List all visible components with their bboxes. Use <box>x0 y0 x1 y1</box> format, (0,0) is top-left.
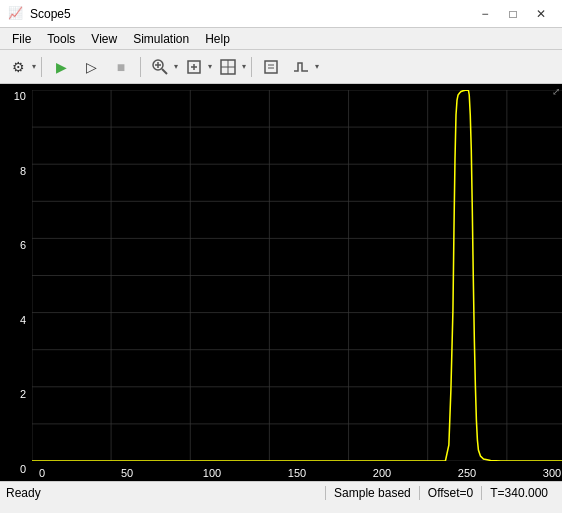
x-axis: 0 50 100 150 200 250 300 <box>32 467 562 479</box>
signal-arrow[interactable]: ▾ <box>315 62 319 71</box>
status-bar: Ready Sample based Offset=0 T=340.000 <box>0 481 562 503</box>
menu-tools[interactable]: Tools <box>39 30 83 48</box>
separator-3 <box>251 57 252 77</box>
status-right: Sample based Offset=0 T=340.000 <box>325 486 556 500</box>
signal-group: ▾ <box>287 54 319 80</box>
window-title: Scope5 <box>30 7 71 21</box>
plot-container: ⤢ 0 2 4 6 8 10 0 5 <box>0 84 562 481</box>
plot-svg <box>32 90 562 461</box>
y-label-8: 8 <box>0 165 30 177</box>
zoom-tool-arrow[interactable]: ▾ <box>174 62 178 71</box>
settings-group: ⚙ ▾ <box>4 54 36 80</box>
menu-file[interactable]: File <box>4 30 39 48</box>
props-button[interactable] <box>257 54 285 80</box>
y-label-6: 6 <box>0 239 30 251</box>
x-label-50: 50 <box>117 467 137 479</box>
title-bar: 📈 Scope5 − □ ✕ <box>0 0 562 28</box>
separator-2 <box>140 57 141 77</box>
app-icon: 📈 <box>8 6 24 22</box>
run-button[interactable]: ▷ <box>77 54 105 80</box>
y-axis: 0 2 4 6 8 10 <box>0 84 32 481</box>
status-sample-based: Sample based <box>325 486 419 500</box>
zoom-fit-group: ▾ <box>180 54 212 80</box>
x-label-0: 0 <box>32 467 52 479</box>
minimize-button[interactable]: − <box>472 4 498 24</box>
svg-line-1 <box>162 69 167 74</box>
play-button[interactable]: ▶ <box>47 54 75 80</box>
title-controls: − □ ✕ <box>472 4 554 24</box>
title-bar-left: 📈 Scope5 <box>8 6 71 22</box>
x-label-250: 250 <box>457 467 477 479</box>
menu-simulation[interactable]: Simulation <box>125 30 197 48</box>
y-label-2: 2 <box>0 388 30 400</box>
status-time: T=340.000 <box>481 486 556 500</box>
toolbar: ⚙ ▾ ▶ ▷ ■ ▾ ▾ <box>0 50 562 84</box>
separator-1 <box>41 57 42 77</box>
menu-view[interactable]: View <box>83 30 125 48</box>
zoom-tool-group: ▾ <box>146 54 178 80</box>
x-label-200: 200 <box>372 467 392 479</box>
svg-rect-10 <box>265 61 277 73</box>
scale-arrow[interactable]: ▾ <box>242 62 246 71</box>
menu-help[interactable]: Help <box>197 30 238 48</box>
zoom-fit-arrow[interactable]: ▾ <box>208 62 212 71</box>
settings-arrow[interactable]: ▾ <box>32 62 36 71</box>
y-label-10: 10 <box>0 90 30 102</box>
scale-group: ▾ <box>214 54 246 80</box>
close-button[interactable]: ✕ <box>528 4 554 24</box>
zoom-tool-button[interactable] <box>146 54 174 80</box>
maximize-button[interactable]: □ <box>500 4 526 24</box>
status-ready: Ready <box>6 486 325 500</box>
settings-button[interactable]: ⚙ <box>4 54 32 80</box>
expand-icon[interactable]: ⤢ <box>552 86 560 97</box>
signal-button[interactable] <box>287 54 315 80</box>
y-label-0: 0 <box>0 463 30 475</box>
zoom-fit-button[interactable] <box>180 54 208 80</box>
stop-button[interactable]: ■ <box>107 54 135 80</box>
x-label-100: 100 <box>202 467 222 479</box>
y-label-4: 4 <box>0 314 30 326</box>
x-label-150: 150 <box>287 467 307 479</box>
scale-button[interactable] <box>214 54 242 80</box>
x-label-300: 300 <box>542 467 562 479</box>
status-offset: Offset=0 <box>419 486 481 500</box>
menu-bar: File Tools View Simulation Help <box>0 28 562 50</box>
